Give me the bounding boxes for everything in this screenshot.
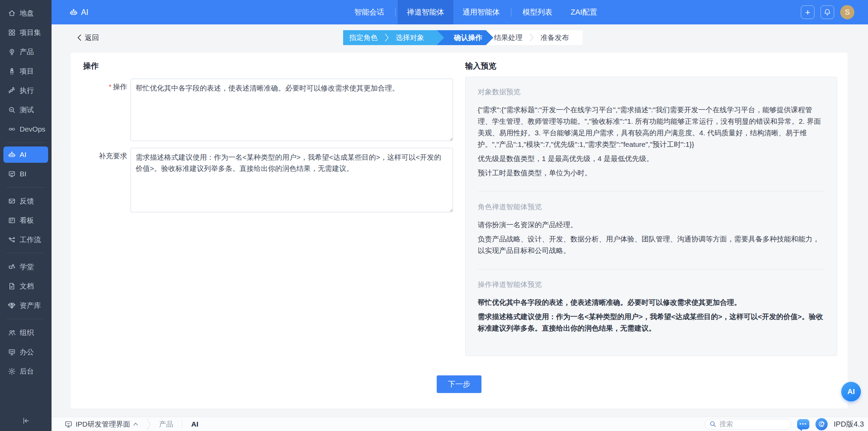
- step-assign-role[interactable]: 指定角色: [349, 33, 378, 42]
- sidebar-item-office[interactable]: OA 办公: [0, 342, 52, 361]
- sidebar-item-label: 组织: [20, 328, 34, 337]
- sidebar: 地盘 项目集 产品 项目 执行 测试 DevOps AI: [0, 0, 52, 431]
- chat-icon[interactable]: •••: [797, 419, 809, 429]
- chevron-left-icon: [77, 34, 81, 41]
- grid-icon: [7, 28, 16, 37]
- preview-paragraph: 预计工时是数值类型，单位为小时。: [478, 167, 825, 179]
- sidebar-item-projects[interactable]: 项目: [0, 61, 52, 81]
- user-avatar[interactable]: S: [840, 5, 854, 19]
- tab-zentao-agents[interactable]: 禅道智能体: [398, 0, 453, 24]
- preview-object-data-section: 对象数据预览 {"需求":{"需求标题":"开发一个在线学习平台","需求描述"…: [478, 87, 825, 192]
- add-button[interactable]: +: [801, 5, 814, 19]
- tab-zai-config[interactable]: ZAI配置: [561, 0, 606, 24]
- bottom-bar-left: IPD研发管理界面 产品 AI: [64, 418, 198, 431]
- plus-icon: +: [805, 7, 810, 18]
- breadcrumb-product[interactable]: 产品: [159, 419, 173, 429]
- sidebar-item-testing[interactable]: 测试: [0, 100, 52, 119]
- magnifier-icon: [7, 105, 16, 114]
- gem-icon: [7, 301, 16, 310]
- search-input[interactable]: [719, 420, 777, 428]
- tab-smart-chat[interactable]: 智能会话: [345, 0, 393, 24]
- ai-assistant-fab[interactable]: AI: [841, 382, 861, 401]
- sidebar-item-learn[interactable]: 学堂: [0, 257, 52, 276]
- back-link[interactable]: 返回: [77, 30, 99, 45]
- sidebar-item-label: 项目集: [20, 28, 41, 37]
- robot-icon: [7, 150, 16, 159]
- workspace-switcher[interactable]: IPD研发管理界面: [64, 419, 138, 429]
- sidebar-item-label: 测试: [20, 105, 34, 115]
- action-textarea[interactable]: 帮忙优化其中各字段的表述，使表述清晰准确。必要时可以修改需求使其更加合理。: [131, 79, 453, 141]
- preview-paragraph: 优先级是数值类型，1 是最高优先级，4 是最低优先级。: [478, 153, 825, 164]
- tab-model-list[interactable]: 模型列表: [513, 0, 561, 24]
- form-section-title: 操作: [83, 61, 99, 71]
- preview-paragraph: 需求描述格式建议使用：作为一名<某种类型的用户>，我希望<达成某些目的>，这样可…: [478, 311, 825, 334]
- fab-label: AI: [847, 387, 855, 396]
- infinity-icon: [7, 125, 16, 134]
- step-chevron-icon: [384, 33, 389, 42]
- robot-icon: [69, 8, 78, 17]
- brand-label: AI: [81, 8, 88, 17]
- version-label: IPD版4.3: [834, 419, 864, 429]
- preview-paragraph: 帮忙优化其中各字段的表述，使表述清晰准确。必要时可以修改需求使其更加合理。: [478, 297, 825, 308]
- form-row-action: *操作: [71, 79, 127, 92]
- sidebar-item-label: 看板: [20, 216, 34, 225]
- step-select-object[interactable]: 选择对象: [396, 33, 424, 42]
- extra-field-label: 补充要求: [71, 148, 127, 161]
- mail-icon: [7, 197, 16, 205]
- sidebar-item-label: BI: [20, 170, 26, 178]
- sidebar-item-feedback[interactable]: 反馈: [0, 191, 52, 211]
- sidebar-item-label: 工作流: [20, 235, 41, 244]
- sidebar-item-workflow[interactable]: 工作流: [0, 230, 52, 249]
- preview-paragraph: {"需求":{"需求标题":"开发一个在线学习平台","需求描述":"我们需要开…: [478, 104, 825, 150]
- sidebar-divider: [6, 187, 45, 188]
- preview-subsection-title: 角色禅道智能体预览: [478, 202, 825, 212]
- breadcrumb-current: AI: [191, 420, 198, 428]
- gear-icon: [7, 367, 16, 376]
- kanban-icon: [7, 216, 16, 225]
- sidebar-item-label: 学堂: [20, 262, 34, 272]
- bulb-icon: [7, 47, 16, 56]
- extra-textarea[interactable]: 需求描述格式建议使用：作为一名<某种类型的用户>，我希望<达成某些目的>，这样可…: [131, 148, 453, 212]
- sidebar-item-org[interactable]: 组织: [0, 323, 52, 342]
- svg-text:OA: OA: [10, 350, 14, 353]
- monitor-icon: [64, 420, 73, 428]
- sidebar-item-assets[interactable]: 资产库: [0, 296, 52, 315]
- steps-done-segment: 指定角色 选择对象: [343, 30, 444, 45]
- required-mark: *: [109, 83, 112, 91]
- sidebar-item-bi[interactable]: BI: [0, 164, 52, 183]
- input-preview-panel: 对象数据预览 {"需求":{"需求标题":"开发一个在线学习平台","需求描述"…: [465, 77, 837, 356]
- sidebar-divider: [6, 319, 45, 319]
- step-confirm-action[interactable]: 确认操作: [454, 33, 482, 42]
- sidebar-item-devops[interactable]: DevOps: [0, 119, 52, 139]
- sidebar-item-project-sets[interactable]: 项目集: [0, 23, 52, 42]
- sidebar-item-label: 反馈: [20, 196, 34, 206]
- preview-section-title: 输入预览: [465, 61, 496, 71]
- sidebar-item-label: 执行: [20, 86, 34, 95]
- sidebar-item-admin[interactable]: 后台: [0, 361, 52, 381]
- sidebar-item-kanban[interactable]: 看板: [0, 211, 52, 230]
- next-step-button[interactable]: 下一步: [437, 375, 481, 393]
- app-root: 地盘 项目集 产品 项目 执行 测试 DevOps AI: [0, 0, 868, 431]
- zentao-logo-icon[interactable]: [815, 418, 828, 430]
- runner-icon: [7, 86, 16, 95]
- collapse-icon: [21, 417, 30, 425]
- step-prepare-publish[interactable]: 准备发布: [540, 33, 569, 42]
- search-icon: [710, 421, 716, 427]
- office-oa-icon: OA: [7, 348, 16, 356]
- back-label: 返回: [85, 33, 99, 42]
- sidebar-item-products[interactable]: 产品: [0, 42, 52, 61]
- sidebar-divider: [6, 253, 45, 253]
- sidebar-item-executions[interactable]: 执行: [0, 81, 52, 100]
- tab-general-agents[interactable]: 通用智能体: [453, 0, 509, 24]
- action-field-label: *操作: [71, 79, 127, 92]
- notifications-button[interactable]: [821, 5, 834, 19]
- tab-separator: [511, 8, 511, 17]
- breadcrumb-divider: [182, 420, 182, 428]
- sidebar-collapse-button[interactable]: [0, 414, 52, 428]
- steps-todo-segment: 结果处理 准备发布: [478, 30, 583, 45]
- bottom-bar: IPD研发管理界面 产品 AI ••• IPD版4.3: [52, 417, 868, 431]
- sidebar-item-home[interactable]: 地盘: [0, 3, 52, 23]
- sidebar-item-ai[interactable]: AI: [3, 146, 48, 163]
- sidebar-item-docs[interactable]: 文档: [0, 276, 52, 296]
- step-result-handling[interactable]: 结果处理: [494, 33, 522, 42]
